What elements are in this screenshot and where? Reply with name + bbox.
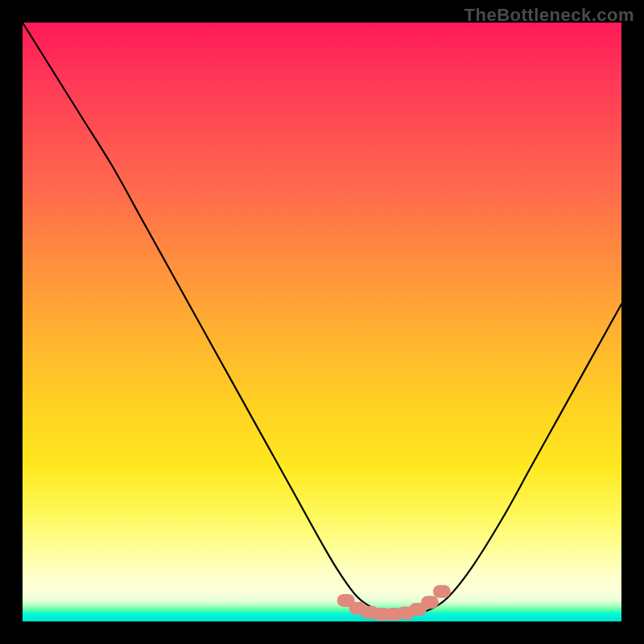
plot-area xyxy=(23,23,621,621)
bottleneck-curve xyxy=(23,23,621,617)
chart-container: TheBottleneck.com xyxy=(0,0,644,644)
flat-region-markers xyxy=(337,585,451,621)
curve-svg xyxy=(23,23,621,621)
marker-dot xyxy=(433,585,451,598)
watermark-text: TheBottleneck.com xyxy=(464,5,634,26)
marker-dot xyxy=(421,596,439,609)
